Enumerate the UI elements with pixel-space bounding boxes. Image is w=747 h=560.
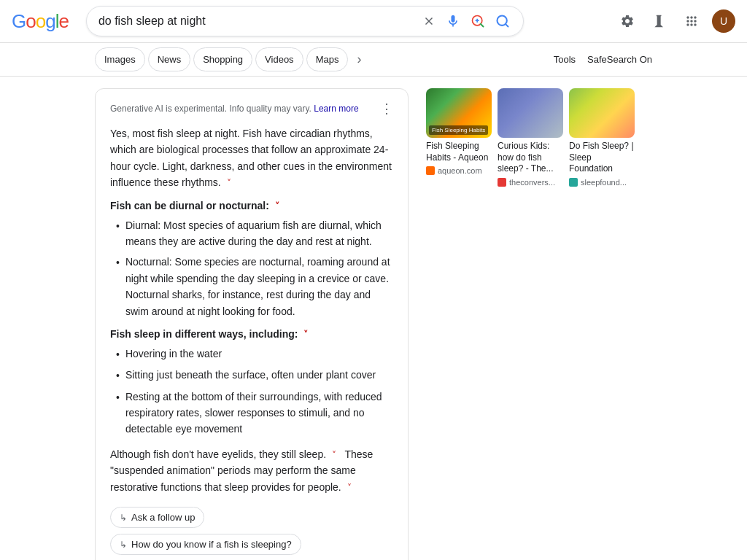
section1-expand[interactable]: ˅ [275,201,279,211]
chip-label: How do you know if a fish is sleeping? [131,539,292,550]
card-1-label: Fish Sleeping Habits [429,125,488,135]
search-submit-button[interactable] [494,12,511,30]
list-item: Nocturnal: Some species are nocturnal, r… [110,254,393,319]
more-tabs-button[interactable]: › [351,46,367,73]
list-item: Hovering in the water [110,346,393,362]
avatar[interactable]: U [712,9,735,33]
safesearch-button[interactable]: SafeSearch On [587,54,652,65]
ai-bottom-text: Although fish don't have eyelids, they s… [110,446,393,495]
ai-disclaimer-text: Generative AI is experimental. Info qual… [110,104,359,114]
header-right: U [616,9,735,33]
svg-line-5 [506,24,508,27]
main-content: Generative AI is experimental. Info qual… [0,77,747,560]
ai-options-button[interactable]: ⋮ [380,101,393,117]
main-text-expand[interactable]: ˅ [227,178,231,188]
card-1-title: Fish Sleeping Habits - Aqueon [426,141,492,163]
nav-tabs: Images News Shopping Videos Maps › Tools… [0,43,747,77]
ai-main-text: Yes, most fish sleep at night. Fish have… [110,125,393,191]
card-1[interactable]: Fish Sleeping Habits Fish Sleeping Habit… [426,88,492,187]
list-item: Resting at the bottom of their surroundi… [110,389,393,438]
card-1-image: Fish Sleeping Habits [426,88,492,138]
ai-disclaimer: Generative AI is experimental. Info qual… [110,101,393,117]
labs-button[interactable] [648,9,671,33]
tab-videos[interactable]: Videos [255,47,303,71]
clear-button[interactable] [421,13,437,29]
search-icons [421,12,511,30]
section2-title: Fish sleep in different ways, including:… [110,328,393,340]
mic-button[interactable] [444,12,462,30]
list-item: Sitting just beneath the surface, often … [110,367,393,384]
card-2-source: theconvers... [498,178,563,187]
tools-button[interactable]: Tools [554,54,576,65]
card-3[interactable]: Do Fish Sleep? | Sleep Foundation sleepf… [569,88,635,187]
chip-label: Ask a follow up [131,512,195,523]
content-left: Generative AI is experimental. Info qual… [95,88,409,560]
section2-list: Hovering in the water Sitting just benea… [110,346,393,438]
nav-right: Tools SafeSearch On [554,54,652,65]
card-2-title: Curious Kids: how do fish sleep? - The..… [498,141,563,175]
search-bar[interactable] [86,6,524,36]
followup-chips-row: ↳ Ask a follow up ↳ How do you know if a… [110,507,393,560]
card-3-title: Do Fish Sleep? | Sleep Foundation [569,141,635,175]
list-item: Diurnal: Most species of aquarium fish a… [110,217,393,250]
ai-answer-box: Generative AI is experimental. Info qual… [95,88,409,560]
settings-button[interactable] [616,9,639,33]
card-2[interactable]: Curious Kids: how do fish sleep? - The..… [498,88,563,187]
tab-news[interactable]: News [148,47,191,71]
chip-icon: ↳ [120,513,127,523]
apps-button[interactable] [680,9,703,33]
tab-images[interactable]: Images [95,47,145,71]
cards-row: Fish Sleeping Habits Fish Sleeping Habit… [426,88,652,187]
learn-more-link[interactable]: Learn more [314,104,358,114]
section1-list: Diurnal: Most species of aquarium fish a… [110,217,393,319]
card-1-source: aqueon.com [426,166,492,175]
card-3-image [569,88,635,138]
chip-how-know[interactable]: ↳ How do you know if a fish is sleeping? [110,534,301,555]
section1-title: Fish can be diurnal or nocturnal: ˅ [110,200,393,211]
search-input[interactable] [98,15,415,28]
google-logo[interactable]: Google [12,10,69,33]
bottom-text2-expand[interactable]: ˅ [347,483,352,493]
content-right: Fish Sleeping Habits Fish Sleeping Habit… [426,88,652,560]
chip-icon: ↳ [120,540,127,550]
header: Google [0,0,747,43]
card-2-image [498,88,563,138]
svg-line-3 [481,24,484,27]
section2-expand[interactable]: ˅ [303,330,308,340]
bottom-text1-expand[interactable]: ˅ [332,450,336,460]
tab-maps[interactable]: Maps [306,47,349,71]
lens-button[interactable] [469,12,487,30]
chip-ask-followup[interactable]: ↳ Ask a follow up [110,507,204,528]
card-3-source: sleepfound... [569,178,635,187]
tab-shopping[interactable]: Shopping [193,47,252,71]
